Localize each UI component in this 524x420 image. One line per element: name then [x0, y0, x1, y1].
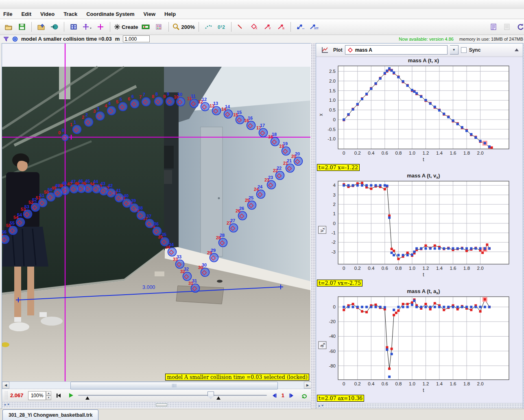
player-zoom-value[interactable]: 100%: [28, 391, 46, 400]
chart-vx-vs-t[interactable]: 00.20.40.60.81.01.21.41.61.82.043210-1-2…: [316, 172, 523, 287]
svg-text:2: 2: [333, 202, 336, 207]
slider-track[interactable]: [78, 395, 267, 396]
tape-line-button[interactable]: [235, 21, 247, 33]
spinner-down-icon[interactable]: ▼: [46, 396, 51, 400]
model-name-label[interactable]: model A smaller collision time =0.03: [21, 36, 112, 42]
divider-arrows-icon[interactable]: ▲▼: [4, 403, 10, 406]
menu-item-track[interactable]: Track: [63, 11, 77, 17]
collapse-panel-icon[interactable]: [515, 48, 519, 51]
svg-text:6: 6: [128, 96, 130, 101]
menu-item-video[interactable]: Video: [40, 11, 55, 17]
menu-item-file[interactable]: File: [3, 11, 12, 17]
mass-input[interactable]: [123, 35, 150, 42]
scroll-thumb[interactable]: [70, 382, 278, 389]
import-button[interactable]: [48, 21, 61, 33]
axes-button[interactable]: [81, 21, 93, 33]
y-axis-button[interactable]: ax: [318, 341, 326, 349]
calibration-button[interactable]: [94, 21, 107, 33]
track-dropdown[interactable]: mass A: [345, 45, 448, 55]
open-button[interactable]: [2, 21, 15, 33]
datatool-button[interactable]: [501, 21, 513, 33]
y-axis-button[interactable]: x: [318, 112, 324, 117]
chart-x-vs-t[interactable]: 00.20.40.60.81.01.21.41.61.82.02.52.01.5…: [316, 57, 523, 172]
zoom-level: 200%: [181, 24, 194, 30]
player-slider[interactable]: [78, 391, 267, 400]
step-size-value[interactable]: 1: [282, 392, 284, 398]
track-dropdown-arrow[interactable]: ▼: [450, 45, 458, 55]
divider-handle[interactable]: [156, 403, 167, 407]
svg-text:0.8: 0.8: [395, 381, 402, 386]
svg-text:0: 0: [343, 381, 345, 386]
svg-text:3: 3: [93, 109, 96, 114]
vector-button[interactable]: ↔: [294, 21, 306, 33]
play-button[interactable]: [66, 391, 76, 400]
toolbar-separator: [110, 22, 110, 32]
clip-control-button[interactable]: [140, 21, 152, 33]
vector-sum-button[interactable]: xm: [308, 21, 320, 33]
step-back-button[interactable]: [269, 391, 279, 400]
scroll-track[interactable]: [9, 382, 304, 389]
notes-button[interactable]: [487, 21, 500, 33]
plot-panel-divider[interactable]: ▲▼: [316, 403, 523, 409]
model-track-icon[interactable]: [12, 36, 18, 42]
svg-text:14: 14: [225, 104, 230, 109]
open-library-button[interactable]: [35, 21, 47, 33]
vertical-splitter[interactable]: [311, 43, 316, 408]
scroll-left-button[interactable]: ◀: [2, 382, 9, 389]
plot-view-button[interactable]: [319, 45, 331, 55]
clip-end-marker[interactable]: [216, 396, 221, 400]
chart-ax-vs-t[interactable]: 00.20.40.60.81.01.21.41.61.82.00-20-40-6…: [316, 288, 523, 403]
svg-text:56: 56: [2, 230, 7, 234]
scroll-right-button[interactable]: ▶: [304, 382, 311, 389]
svg-text:45: 45: [85, 179, 90, 184]
svg-text:1.6: 1.6: [450, 381, 456, 386]
position-button[interactable]: x: [248, 21, 260, 33]
filter-icon[interactable]: [3, 37, 9, 42]
player-bar: 2.067 100% ▲▼ 1: [2, 389, 311, 402]
svg-text:53: 53: [24, 204, 29, 209]
chart-readout: t=2.07 x=-1.22: [317, 164, 360, 171]
save-button[interactable]: [16, 21, 28, 33]
svg-text:0.6: 0.6: [382, 266, 388, 271]
svg-text:-60: -60: [329, 348, 336, 353]
player-zoom-spinner[interactable]: 100% ▲▼: [28, 391, 51, 400]
sync-checkbox[interactable]: [461, 47, 467, 53]
menu-item-edit[interactable]: Edit: [21, 11, 31, 17]
version-notice[interactable]: Now available: version 4.86: [399, 37, 454, 42]
acceleration-button[interactable]: a: [275, 21, 287, 33]
step-forward-button[interactable]: [287, 391, 297, 400]
svg-text:-1: -1: [332, 230, 336, 235]
svg-text:48: 48: [62, 181, 67, 186]
tape-readout: 3.000: [142, 284, 155, 290]
video-view[interactable]: 3.00000112233445566778899101011111212131…: [2, 44, 310, 381]
track-control-button[interactable]: [153, 21, 165, 33]
menu-item-help[interactable]: Help: [164, 11, 176, 17]
clip-start-marker[interactable]: [85, 396, 90, 400]
menu-item-view[interactable]: View: [144, 11, 155, 17]
spinner-up-icon[interactable]: ▲: [46, 391, 51, 396]
goto-start-button[interactable]: [54, 391, 63, 400]
document-tab[interactable]: 301_28_Yi Chongwen_basketball.trk: [2, 409, 98, 420]
svg-text:18: 18: [272, 132, 277, 137]
slider-thumb[interactable]: [207, 392, 214, 399]
panel-divider[interactable]: ▲▼: [2, 402, 311, 408]
loop-button[interactable]: [299, 391, 309, 400]
player-grip[interactable]: [4, 391, 8, 400]
current-time[interactable]: 2.067: [10, 392, 26, 398]
svg-text:11: 11: [191, 94, 196, 98]
y-axis-button[interactable]: vx: [318, 226, 326, 234]
spinner-arrows[interactable]: ▲▼: [46, 391, 51, 400]
svg-text:1.0: 1.0: [409, 266, 415, 271]
divider-arrows-icon[interactable]: ▲▼: [318, 404, 324, 407]
svg-text:54: 54: [17, 212, 22, 217]
velocity-button[interactable]: v: [262, 21, 274, 33]
clip-settings-button[interactable]: [68, 21, 80, 33]
zoom-button[interactable]: 200%: [172, 21, 195, 33]
svg-text:4: 4: [105, 103, 107, 108]
video-hscrollbar[interactable]: ◀ ▶: [2, 381, 311, 389]
menu-item-coordinate-system[interactable]: Coordinate System: [86, 11, 134, 17]
create-button[interactable]: Create: [114, 21, 138, 33]
trails-button[interactable]: [202, 21, 214, 33]
frame-numbers-button[interactable]: 012: [216, 21, 228, 33]
refresh-button[interactable]: [514, 21, 524, 33]
